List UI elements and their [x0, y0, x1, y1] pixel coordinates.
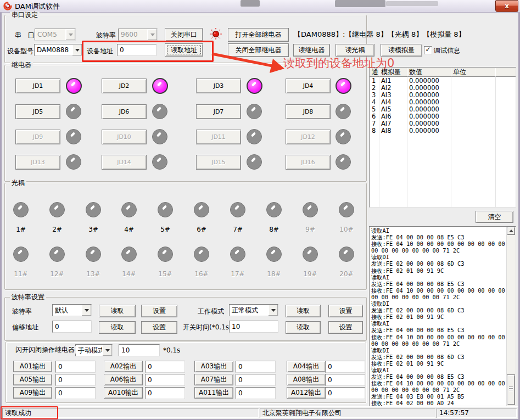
relay-button-jd9[interactable]: JD9	[15, 130, 60, 144]
output-button-A04[interactable]: A04输出	[287, 361, 326, 372]
relay-button-jd4[interactable]: JD4	[286, 79, 331, 93]
close-serial-button[interactable]: 关闭串口	[165, 28, 203, 41]
relay-button-jd8[interactable]: JD8	[286, 104, 331, 119]
output-button-A09[interactable]: A09输出	[13, 387, 52, 399]
output-input-A010[interactable]: 0	[145, 387, 185, 399]
table-row[interactable]: 1AI10.000000	[370, 77, 516, 85]
background-window-artifact	[241, 0, 260, 7]
flash-label: 闪开闪闭操作继电器	[14, 346, 76, 354]
output-button-A012[interactable]: A012输出	[287, 387, 326, 399]
model-combobox[interactable]: DAM0888	[34, 44, 82, 56]
opto-label-8#: 8#	[263, 226, 285, 233]
close-button[interactable]: x	[495, 0, 518, 12]
relay-led-jd13	[66, 154, 81, 170]
relay-led-jd9	[66, 129, 81, 144]
output-button-A08[interactable]: A08输出	[287, 374, 326, 385]
offset-read-button[interactable]: 读取	[99, 321, 136, 334]
flash-time-input[interactable]: 10	[119, 344, 160, 356]
output-button-A05[interactable]: A05输出	[13, 374, 52, 385]
opto-label-10#: 10#	[336, 226, 357, 233]
table-cell: AI5	[379, 106, 409, 113]
output-button-A02[interactable]: A02输出	[104, 361, 143, 372]
workmode-set-button[interactable]: 设置	[328, 305, 363, 317]
workmode-read-button[interactable]: 读取	[286, 305, 321, 317]
output-input-A011[interactable]: 0	[236, 387, 276, 399]
relay-led-jd5	[66, 104, 81, 119]
output-input-A012[interactable]: 0	[325, 387, 365, 399]
opto-led-18#	[266, 247, 282, 262]
relay-led-jd1	[66, 78, 82, 94]
read-address-button[interactable]: 读取地址	[165, 43, 203, 57]
scrollbar-thumb[interactable]	[507, 374, 515, 405]
workmode-combobox[interactable]: 正常模式	[229, 304, 278, 316]
analog-col-header[interactable]	[495, 68, 516, 77]
output-input-A02[interactable]: 0	[145, 361, 185, 373]
output-input-A01[interactable]: 0	[55, 361, 96, 373]
read-opto-button[interactable]: 读光耦	[336, 44, 374, 57]
opto-label-7#: 7#	[227, 226, 249, 233]
relay-button-jd2[interactable]: JD2	[102, 79, 147, 93]
clear-log-button[interactable]: 清空	[476, 211, 513, 223]
title-bar[interactable]: DAM调试软件 x	[0, 0, 520, 13]
log-scrollbar[interactable]	[506, 227, 516, 406]
relay-button-jd10[interactable]: JD10	[102, 130, 147, 144]
relay-button-jd6[interactable]: JD6	[102, 104, 147, 119]
analog-table[interactable]: 通模拟量数值单位1AI10.0000002AI20.0000003AI30.00…	[369, 67, 516, 208]
output-input-A05[interactable]: 0	[55, 374, 96, 386]
debug-log[interactable]: 读取AI 发送:FE 04 00 00 00 08 E5 C3 接收:FE 04…	[369, 226, 516, 406]
table-row[interactable]: 2AI20.000000	[370, 85, 516, 92]
offset-address-input[interactable]: 0	[52, 321, 92, 333]
relay-button-jd7[interactable]: JD7	[196, 104, 241, 119]
output-input-A03[interactable]: 0	[236, 361, 276, 373]
flash-mode-combobox[interactable]: 手动模式	[75, 344, 113, 356]
table-row[interactable]: 5AI50.000000	[370, 106, 516, 113]
table-row[interactable]: 4AI40.000000	[370, 99, 516, 106]
baudrate-read-button[interactable]: 读取	[99, 305, 136, 317]
output-input-A04[interactable]: 0	[325, 361, 365, 373]
switch-time-set-button[interactable]: 设置	[328, 321, 363, 334]
opto-label-3#: 3#	[82, 226, 104, 233]
relay-button-jd13[interactable]: JD13	[15, 155, 60, 170]
table-cell: 0.000000	[407, 127, 453, 135]
analog-col-header[interactable]: 单位	[451, 68, 496, 77]
relay-button-jd11[interactable]: JD11	[196, 130, 241, 144]
relay-button-jd16[interactable]: JD16	[286, 155, 331, 170]
output-button-A07[interactable]: A07输出	[194, 374, 233, 385]
table-row[interactable]: 7AI70.000000	[370, 120, 516, 127]
output-input-A09[interactable]: 0	[55, 387, 96, 399]
switch-time-input[interactable]: 10	[229, 321, 278, 333]
open-all-relays-button[interactable]: 打开全部继电器	[228, 28, 289, 42]
analog-col-header[interactable]: 数值	[407, 68, 451, 77]
baudrate-combobox[interactable]: 默认	[52, 304, 92, 316]
relay-button-jd3[interactable]: JD3	[196, 79, 241, 93]
relay-button-jd14[interactable]: JD14	[102, 155, 147, 170]
relay-button-jd5[interactable]: JD5	[15, 104, 60, 119]
debug-info-checkbox[interactable]: ✓	[424, 46, 432, 54]
relay-button-jd15[interactable]: JD15	[196, 155, 241, 170]
switch-time-read-button[interactable]: 读取	[286, 321, 321, 334]
opto-led-14#	[121, 247, 137, 262]
output-button-A03[interactable]: A03输出	[194, 361, 233, 372]
relay-button-jd12[interactable]: JD12	[286, 130, 331, 144]
opto-led-4#	[121, 202, 137, 217]
relay-button-jd1[interactable]: JD1	[15, 79, 60, 93]
offset-set-button[interactable]: 设置	[141, 321, 177, 334]
debug-info-label: 调试信息	[434, 47, 460, 54]
table-cell: 0.000000	[407, 120, 453, 127]
table-row[interactable]: 3AI30.000000	[370, 92, 516, 99]
check-icon: ✓	[425, 46, 430, 53]
output-button-A06[interactable]: A06输出	[104, 374, 143, 385]
output-input-A06[interactable]: 0	[145, 374, 185, 386]
baudrate-set-button[interactable]: 设置	[141, 305, 177, 317]
output-button-A010[interactable]: A010输出	[104, 387, 143, 399]
output-button-A01[interactable]: A01输出	[13, 361, 52, 372]
device-address-input[interactable]: 0	[117, 44, 156, 56]
output-input-A07[interactable]: 0	[236, 374, 276, 386]
table-row[interactable]: 8AI80.000000	[370, 127, 516, 135]
background-window-artifact	[386, 1, 438, 6]
read-analog-button[interactable]: 读模拟量	[381, 44, 422, 57]
scroll-up-icon[interactable]	[507, 227, 515, 235]
table-row[interactable]: 6AI60.000000	[370, 113, 516, 120]
output-input-A08[interactable]: 0	[325, 374, 365, 386]
output-button-A011[interactable]: A011输出	[194, 387, 233, 399]
